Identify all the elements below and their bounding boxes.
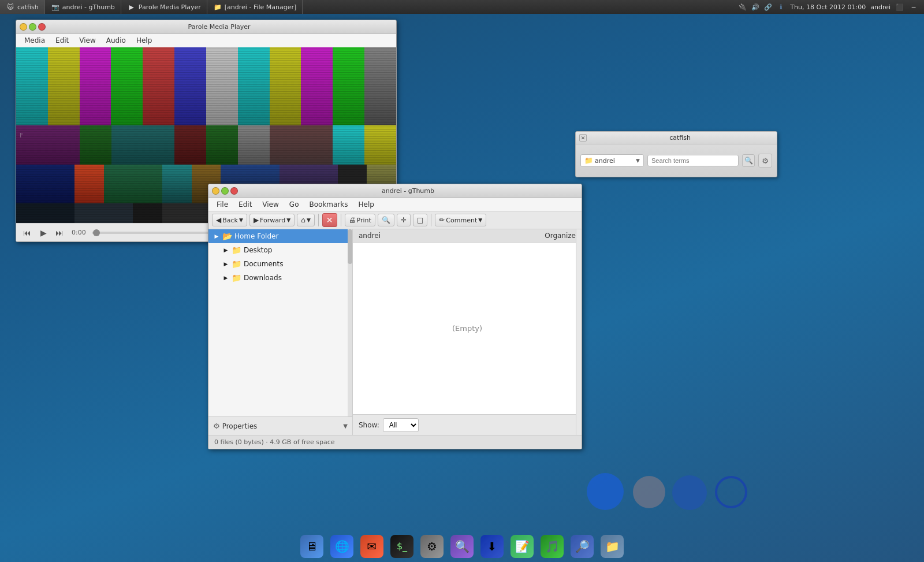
taskbar-item-filemanager[interactable]: 📁 [andrei - File Manager] (207, 0, 303, 14)
gthumb-comment-button[interactable]: ✏ Comment ▼ (435, 214, 486, 226)
dock-item-audio[interactable]: 🎵 (538, 533, 566, 560)
parole-close-button[interactable] (38, 23, 46, 31)
parole-menu-view[interactable]: View (74, 35, 100, 46)
taskbar-bottom: 🖥 🌐 ✉ $_ ⚙ 🔍 ⬇ 📝 🎵 🔎 📁 (0, 530, 924, 562)
gthumb-organize-button[interactable]: Organize (545, 232, 576, 240)
documents-expander-icon: ▶ (222, 260, 229, 267)
home-icon: ⌂ (301, 216, 305, 224)
parole-menu-edit[interactable]: Edit (51, 35, 73, 46)
tree-item-documents[interactable]: ▶ 📁 Documents (208, 257, 352, 271)
gthumb-menu-view[interactable]: View (258, 199, 283, 210)
taskbar-item-catfish[interactable]: 🐱 catfish (0, 0, 45, 14)
parole-menu-audio[interactable]: Audio (102, 35, 131, 46)
catfish-title: catfish (587, 134, 773, 142)
back-dropdown-icon: ▼ (239, 217, 243, 223)
gthumb-search-button[interactable]: 🔍 (378, 214, 394, 226)
gthumb-status-text: 0 files (0 bytes) · 4.9 GB of free space (214, 438, 334, 446)
dock-item-download[interactable]: ⬇ (478, 533, 506, 560)
dock-item-folder[interactable]: 📁 (598, 533, 626, 560)
gthumb-location-bar: andrei Organize (353, 229, 582, 243)
tree-item-home[interactable]: ▶ 📂 Home Folder (208, 229, 352, 243)
gthumb-menu-help[interactable]: Help (354, 199, 379, 210)
parole-next-button[interactable]: ⏭ (53, 226, 66, 239)
gthumb-title: andrei - gThumb (238, 187, 578, 195)
parole-time-display: 0:00 (72, 229, 86, 236)
dock-item-settings[interactable]: ⚙ (418, 533, 446, 560)
tray-icon-volume[interactable]: 🔊 (751, 2, 760, 12)
gthumb-minimize-button[interactable] (212, 187, 219, 195)
gthumb-show-bar: Show: All (353, 414, 582, 435)
catfish-search-button[interactable]: 🔍 (742, 154, 755, 167)
taskbar-item-parole[interactable]: ▶ Parole Media Player (121, 0, 207, 14)
gthumb-maximize-button[interactable] (221, 187, 229, 195)
parole-play-button[interactable]: ▶ (37, 226, 50, 239)
gthumb-home-button[interactable]: ⌂ ▼ (297, 214, 315, 226)
sidebar-scrollbar[interactable] (348, 229, 352, 416)
catfish-titlebar[interactable]: ✕ catfish (576, 132, 777, 144)
catfish-close-button[interactable]: ✕ (579, 134, 587, 142)
parole-menu-media[interactable]: Media (20, 35, 50, 46)
dock-item-terminal[interactable]: $_ (388, 533, 416, 560)
dock-icon-settings: ⚙ (420, 535, 444, 558)
gthumb-sidebar: ▶ 📂 Home Folder ▶ 📁 Desktop ▶ 📁 Document… (208, 229, 353, 435)
parole-taskbar-label: Parole Media Player (139, 3, 201, 11)
parole-progress-thumb (93, 229, 100, 236)
gthumb-close-red-button[interactable]: ✕ (322, 213, 337, 227)
parole-titlebar[interactable]: Parole Media Player (16, 20, 396, 34)
gthumb-close-button[interactable] (230, 187, 238, 195)
gthumb-main-scrollbar[interactable] (576, 229, 582, 435)
gthumb-menu-bookmarks[interactable]: Bookmarks (304, 199, 352, 210)
properties-gear-icon: ⚙ (213, 422, 220, 430)
home-expander-icon: ▶ (213, 233, 220, 240)
dock-item-thunar[interactable]: 🖥 (298, 533, 326, 560)
dock-item-search[interactable]: 🔍 (448, 533, 476, 560)
gthumb-empty-label: (Empty) (452, 324, 482, 333)
tray-icon-usb[interactable]: 🔌 (738, 2, 747, 12)
properties-dropdown-icon: ▼ (343, 423, 348, 429)
gthumb-move-button[interactable]: ✛ (397, 214, 411, 226)
tray-icon-display[interactable]: ⬛ (895, 2, 904, 12)
gthumb-back-label: Back (222, 217, 238, 224)
catfish-location-combo[interactable]: 📁 andrei ▼ (580, 154, 644, 167)
parole-menu-help[interactable]: Help (132, 35, 157, 46)
gthumb-menu-go[interactable]: Go (285, 199, 304, 210)
gthumb-show-combo[interactable]: All (383, 418, 419, 432)
catfish-search-input[interactable] (651, 157, 735, 164)
gthumb-print-label: Print (357, 217, 371, 224)
system-time: Thu, 18 Oct 2012 01:00 (790, 3, 866, 11)
home-folder-label: Home Folder (234, 232, 278, 240)
taskbar-item-gthumb[interactable]: 📷 andrei - gThumb (45, 0, 121, 14)
gthumb-show-label: Show: (359, 421, 379, 429)
gthumb-menu-edit[interactable]: Edit (234, 199, 256, 210)
dock-item-magnifier[interactable]: 🔎 (568, 533, 596, 560)
parole-minimize-button[interactable] (20, 23, 27, 31)
gthumb-back-button[interactable]: ◀ Back ▼ (212, 214, 247, 226)
gthumb-titlebar[interactable]: andrei - gThumb (208, 184, 582, 198)
back-arrow-icon: ◀ (216, 216, 221, 224)
gthumb-properties-bar[interactable]: ⚙ Properties ▼ (208, 416, 352, 435)
tray-icon-window[interactable]: ─ (909, 2, 918, 12)
home-dropdown-icon: ▼ (307, 217, 311, 223)
gthumb-resize-handle[interactable] (575, 442, 582, 449)
dock-icon-mail: ✉ (360, 535, 383, 558)
gthumb-window: andrei - gThumb File Edit View Go Bookma… (208, 184, 582, 449)
catfish-location-arrow-icon: ▼ (636, 158, 640, 163)
tray-icon-network[interactable]: 🔗 (763, 2, 773, 12)
dock-item-notes[interactable]: 📝 (508, 533, 536, 560)
gthumb-menubar: File Edit View Go Bookmarks Help (208, 198, 582, 211)
parole-prev-button[interactable]: ⏮ (21, 226, 33, 239)
sidebar-scrollbar-thumb (348, 229, 352, 264)
tree-item-downloads[interactable]: ▶ 📁 Downloads (208, 271, 352, 285)
tray-icon-info[interactable]: ℹ (776, 2, 785, 12)
tree-item-desktop[interactable]: ▶ 📁 Desktop (208, 243, 352, 257)
gthumb-blank-button[interactable]: □ (413, 214, 427, 226)
gthumb-forward-button[interactable]: ▶ Forward ▼ (249, 214, 295, 226)
gthumb-print-button[interactable]: 🖨 Print (345, 214, 375, 226)
dock-item-mail[interactable]: ✉ (358, 533, 386, 560)
gthumb-menu-file[interactable]: File (212, 199, 233, 210)
catfish-content: 📁 andrei ▼ 🔍 ⚙ (576, 144, 777, 177)
search-magnifier-icon: 🔍 (744, 157, 753, 165)
dock-item-browser[interactable]: 🌐 (328, 533, 356, 560)
catfish-settings-button[interactable]: ⚙ (758, 154, 772, 168)
parole-maximize-button[interactable] (29, 23, 36, 31)
